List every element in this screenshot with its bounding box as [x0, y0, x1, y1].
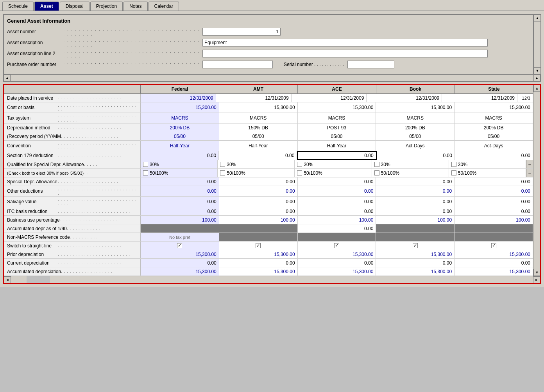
cell-179-federal[interactable]: 0.00 [141, 151, 219, 160]
cell-cost-amt[interactable]: 15,300.00 [219, 102, 298, 113]
cell-itc-amt[interactable]: 0.00 [219, 207, 298, 215]
cell-method-book[interactable]: 200% DB [376, 124, 455, 132]
checkbox-qual-book[interactable] [374, 162, 379, 167]
cell-curr-state[interactable]: 0.00 [455, 259, 533, 267]
tab-notes[interactable]: Notes [123, 2, 147, 11]
checkbox-sl-book[interactable]: ✓ [413, 243, 418, 248]
cell-accumtotal-book[interactable]: 15,300.00 [376, 267, 455, 276]
cell-tax-state[interactable]: MACRS [455, 113, 533, 123]
serial-number-input[interactable] [347, 61, 394, 68]
depr-vscroll[interactable]: ▲ ▼ [533, 85, 540, 276]
cell-qual-state[interactable]: 30% [449, 160, 526, 168]
cell-sda-ace[interactable]: 0.00 [298, 177, 376, 186]
cell-curr-amt[interactable]: 0.00 [219, 259, 298, 267]
cell-curr-ace[interactable]: 0.00 [298, 259, 376, 267]
cell-prior-book[interactable]: 15,300.00 [376, 250, 455, 258]
cell-qual-federal[interactable]: 30% [141, 160, 218, 168]
cell-179-amt[interactable]: 0.00 [219, 151, 297, 160]
cell-date-federal[interactable]: 12/31/2009 [141, 94, 216, 102]
checkbox-both-amt[interactable] [220, 170, 225, 175]
cell-date-amt[interactable]: 12/31/2009 [216, 94, 292, 102]
cell-method-ace[interactable]: POST 93 [298, 124, 376, 132]
cell-salvage-state[interactable]: 0.00 [455, 197, 533, 207]
cell-sl-ace[interactable]: ✓ [298, 242, 376, 250]
checkbox-qual-ace[interactable] [297, 162, 302, 167]
cell-accumtotal-ace[interactable]: 15,300.00 [298, 267, 376, 276]
cell-both-amt[interactable]: 50/100% [218, 169, 295, 177]
cell-date-extra[interactable]: 12/3 [517, 94, 533, 102]
checkbox-both-state[interactable] [451, 170, 456, 175]
tab-projection[interactable]: Projection [90, 2, 123, 11]
cell-salvage-ace[interactable]: 0.00 [298, 197, 376, 207]
tab-asset[interactable]: Asset [34, 2, 59, 11]
depr-hscroll-thumb[interactable] [27, 276, 50, 283]
cell-salvage-book[interactable]: 0.00 [376, 197, 455, 207]
checkbox-sl-state[interactable]: ✓ [491, 243, 496, 248]
asset-description-input[interactable] [202, 39, 488, 47]
cell-accumtotal-state[interactable]: 15,300.00 [455, 267, 533, 276]
checkbox-sl-ace[interactable]: ✓ [334, 243, 339, 248]
asset-number-input[interactable] [202, 28, 281, 36]
cell-itc-federal[interactable]: 0.00 [141, 207, 219, 215]
cell-other-federal[interactable]: 0.00 [141, 186, 219, 196]
checkbox-both-ace[interactable] [297, 170, 302, 175]
depr-hscroll[interactable]: ◄ ► [4, 276, 540, 283]
cell-accum-ace[interactable]: 0.00 [298, 224, 376, 233]
cell-conv-book[interactable]: Act-Days [376, 141, 455, 151]
cell-itc-book[interactable]: 0.00 [376, 207, 455, 215]
cell-bus-state[interactable]: 100.00 [455, 216, 533, 224]
cell-conv-amt[interactable]: Half-Year [219, 141, 298, 151]
depr-hscroll-left[interactable]: ◄ [4, 276, 11, 283]
cell-sda-federal[interactable]: 0.00 [141, 177, 219, 186]
cell-sda-book[interactable]: 0.00 [376, 177, 455, 186]
checkbox-both-federal[interactable] [143, 170, 148, 175]
cell-itc-ace[interactable]: 0.00 [298, 207, 376, 215]
cell-date-ace[interactable]: 12/31/2009 [292, 94, 367, 102]
cell-179-state[interactable]: 0.00 [455, 151, 533, 160]
cell-cost-book[interactable]: 15,300.00 [376, 102, 455, 113]
cell-179-book[interactable]: 0.00 [377, 151, 455, 160]
cell-sda-amt[interactable]: 0.00 [219, 177, 298, 186]
cell-date-book[interactable]: 12/31/2009 [367, 94, 442, 102]
cell-itc-state[interactable]: 0.00 [455, 207, 533, 215]
tab-schedule[interactable]: Schedule [2, 2, 34, 11]
cell-conv-federal[interactable]: Half-Year [141, 141, 219, 151]
tab-calendar[interactable]: Calendar [149, 2, 179, 11]
cell-curr-book[interactable]: 0.00 [376, 259, 455, 267]
cell-bus-amt[interactable]: 100.00 [219, 216, 298, 224]
cell-cost-ace[interactable]: 15,300.00 [298, 102, 376, 113]
cell-179-ace[interactable]: 0.00 [297, 151, 376, 160]
cell-other-book[interactable]: 0.00 [376, 186, 455, 196]
checkbox-qual-amt[interactable] [220, 162, 225, 167]
depr-vscroll-down[interactable]: ▼ [533, 269, 540, 276]
cell-salvage-amt[interactable]: 0.00 [219, 197, 298, 207]
cell-qual-ace[interactable]: 30% [295, 160, 372, 168]
cell-tax-federal[interactable]: MACRS [141, 113, 219, 123]
cell-bus-ace[interactable]: 100.00 [298, 216, 376, 224]
cell-nonmacrs-federal[interactable]: No tax pref [141, 233, 219, 241]
cell-recovery-ace[interactable]: 05/00 [298, 132, 376, 140]
cell-tax-book[interactable]: MACRS [376, 113, 455, 123]
cell-curr-federal[interactable]: 0.00 [141, 259, 219, 267]
cell-method-amt[interactable]: 150% DB [219, 124, 298, 132]
depr-hscroll-right[interactable]: ► [533, 276, 540, 283]
cell-prior-ace[interactable]: 15,300.00 [298, 250, 376, 258]
cell-tax-ace[interactable]: MACRS [298, 113, 376, 123]
top-vscroll-up[interactable]: ▲ [534, 14, 541, 21]
cell-sl-federal[interactable]: ✓ [141, 242, 219, 250]
cell-accumtotal-amt[interactable]: 15,300.00 [219, 267, 298, 276]
cell-accumtotal-federal[interactable]: 15,300.00 [141, 267, 219, 276]
cell-method-federal[interactable]: 200% DB [141, 124, 219, 132]
depr-vscroll-up[interactable]: ▲ [533, 85, 540, 92]
cell-recovery-amt[interactable]: 05/00 [219, 132, 298, 140]
cell-tax-amt[interactable]: MACRS [219, 113, 298, 123]
checkbox-sl-amt[interactable]: ✓ [256, 243, 261, 248]
cell-recovery-state[interactable]: 05/00 [455, 132, 533, 140]
cell-both-state[interactable]: 50/100% [449, 169, 526, 177]
top-hscroll-right[interactable]: ► [533, 75, 540, 82]
checkbox-qual-federal[interactable] [143, 162, 148, 167]
cell-conv-ace[interactable]: Half-Year [298, 141, 376, 151]
top-vscroll[interactable]: ▲ ▼ [533, 14, 540, 74]
cell-salvage-federal[interactable]: 0.00 [141, 197, 219, 207]
cell-recovery-federal[interactable]: 05/00 [141, 132, 219, 140]
